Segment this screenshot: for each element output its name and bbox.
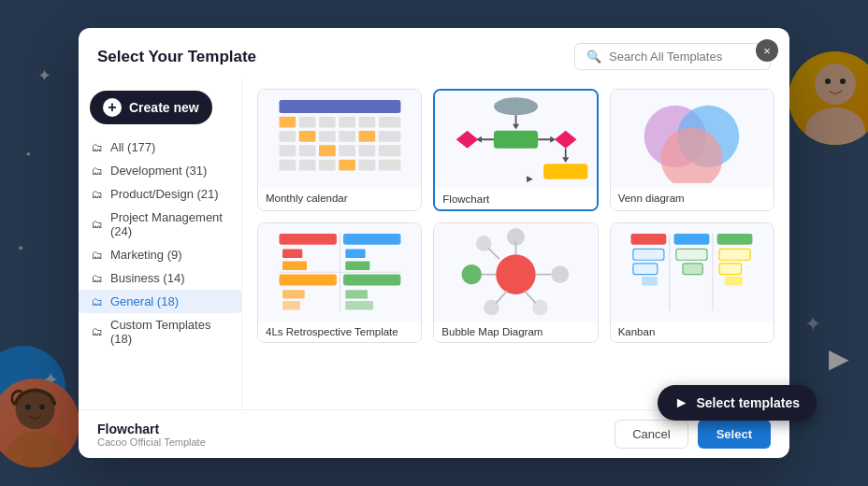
search-input[interactable]	[609, 50, 759, 64]
template-preview	[611, 223, 774, 322]
svg-rect-11	[319, 117, 336, 128]
svg-rect-59	[343, 275, 400, 286]
template-card-4ls[interactable]: 4Ls Retrospective Template	[257, 222, 422, 343]
svg-rect-29	[319, 160, 336, 171]
modal-body: + Create new 🗂 All (177) 🗂 Development (…	[79, 79, 789, 409]
svg-marker-41	[562, 157, 569, 163]
modal-title: Select Your Template	[97, 48, 256, 66]
svg-rect-21	[279, 146, 296, 157]
sidebar-item-all[interactable]: 🗂 All (177)	[79, 136, 241, 159]
template-preview: ▶	[435, 91, 596, 189]
folder-icon: 🗂	[92, 218, 103, 231]
svg-rect-42	[543, 164, 587, 179]
svg-point-72	[484, 300, 499, 316]
svg-rect-89	[725, 277, 743, 285]
svg-point-66	[507, 228, 525, 246]
svg-rect-19	[358, 131, 375, 142]
svg-rect-82	[633, 250, 664, 261]
sidebar-item-business[interactable]: 🗂 Business (14)	[79, 266, 241, 290]
select-templates-button[interactable]: ► Select templates	[658, 385, 817, 421]
svg-rect-83	[633, 264, 658, 275]
sidebar-item-product-design[interactable]: 🗂 Product/Design (21)	[79, 182, 241, 206]
svg-rect-28	[298, 160, 315, 171]
svg-rect-15	[279, 131, 296, 142]
template-preview	[258, 90, 421, 188]
svg-rect-50	[279, 234, 336, 245]
svg-point-64	[496, 255, 536, 295]
svg-rect-20	[379, 131, 401, 142]
sidebar-item-label: Project Management (24)	[110, 210, 228, 238]
template-card-bubble-map[interactable]: Bubble Map Diagram	[433, 222, 598, 343]
sidebar-item-marketing[interactable]: 🗂 Marketing (9)	[79, 243, 241, 266]
svg-rect-58	[279, 275, 336, 286]
svg-rect-18	[339, 131, 355, 142]
svg-rect-56	[345, 250, 365, 258]
svg-rect-62	[345, 290, 368, 298]
svg-rect-25	[358, 146, 375, 157]
svg-point-76	[476, 236, 492, 252]
arrow-right-icon: ►	[674, 394, 689, 411]
svg-rect-12	[339, 117, 355, 128]
template-label: 4Ls Retrospective Template	[258, 322, 421, 342]
create-new-label: Create new	[129, 100, 199, 115]
sidebar: + Create new 🗂 All (177) 🗂 Development (…	[79, 79, 242, 409]
search-box[interactable]: 🔍	[574, 43, 771, 70]
svg-rect-36	[494, 131, 538, 149]
modal-overlay: × Select Your Template 🔍 + Create new 🗂 …	[0, 0, 868, 486]
sidebar-item-project-management[interactable]: 🗂 Project Management (24)	[79, 206, 241, 243]
svg-rect-57	[345, 262, 369, 270]
svg-rect-27	[279, 160, 296, 171]
template-label: Bubble Map Diagram	[434, 322, 597, 342]
template-preview	[434, 223, 597, 322]
selected-template-name: Flowchart	[97, 422, 206, 436]
template-preview	[258, 223, 421, 322]
svg-rect-54	[282, 250, 302, 258]
sidebar-item-label: Custom Templates (18)	[110, 318, 228, 346]
selected-template-sub: Cacoo Official Template	[97, 436, 206, 448]
templates-area: Monthly calendar	[242, 79, 789, 409]
svg-rect-84	[643, 277, 658, 285]
svg-rect-85	[676, 250, 707, 261]
cancel-button[interactable]: Cancel	[615, 420, 687, 449]
svg-rect-87	[719, 250, 750, 261]
svg-point-74	[532, 300, 548, 316]
svg-marker-35	[513, 124, 519, 130]
svg-rect-78	[674, 234, 710, 245]
search-icon: 🔍	[586, 50, 601, 64]
select-button[interactable]: Select	[698, 420, 771, 449]
templates-grid: Monthly calendar	[257, 89, 774, 343]
sidebar-item-custom[interactable]: 🗂 Custom Templates (18)	[79, 313, 241, 350]
folder-icon: 🗂	[92, 188, 103, 201]
sidebar-item-label: Development (31)	[110, 164, 207, 178]
create-new-button[interactable]: + Create new	[90, 91, 212, 124]
template-label: Venn diagram	[611, 188, 774, 208]
template-card-flowchart[interactable]: ▶ Flowchart	[433, 89, 598, 211]
svg-rect-30	[339, 160, 355, 171]
folder-icon: 🗂	[92, 249, 103, 262]
sidebar-item-label: Product/Design (21)	[110, 187, 219, 201]
svg-rect-31	[358, 160, 375, 171]
folder-icon: 🗂	[92, 272, 103, 285]
close-button[interactable]: ×	[756, 39, 778, 62]
sidebar-item-general[interactable]: 🗂 General (18)	[79, 290, 241, 313]
svg-rect-86	[683, 264, 702, 275]
select-templates-label: Select templates	[697, 395, 801, 410]
template-card-venn-diagram[interactable]: Venn diagram	[610, 89, 774, 211]
svg-rect-22	[298, 146, 315, 157]
footer-info: Flowchart Cacoo Official Template	[97, 422, 206, 448]
svg-rect-88	[719, 264, 742, 275]
svg-rect-63	[345, 301, 373, 309]
svg-rect-23	[319, 146, 336, 157]
sidebar-item-development[interactable]: 🗂 Development (31)	[79, 159, 241, 182]
svg-rect-8	[279, 100, 400, 113]
template-card-monthly-calendar[interactable]: Monthly calendar	[257, 89, 422, 211]
template-card-kanban[interactable]: Kanban	[610, 222, 774, 343]
folder-icon: 🗂	[92, 141, 103, 154]
footer-buttons: Cancel Select	[615, 420, 771, 449]
folder-icon: 🗂	[92, 325, 103, 338]
svg-line-73	[525, 292, 536, 304]
svg-rect-60	[282, 290, 305, 298]
template-label: Monthly calendar	[258, 188, 421, 208]
svg-rect-26	[379, 146, 401, 157]
sidebar-item-label: Marketing (9)	[110, 248, 182, 262]
